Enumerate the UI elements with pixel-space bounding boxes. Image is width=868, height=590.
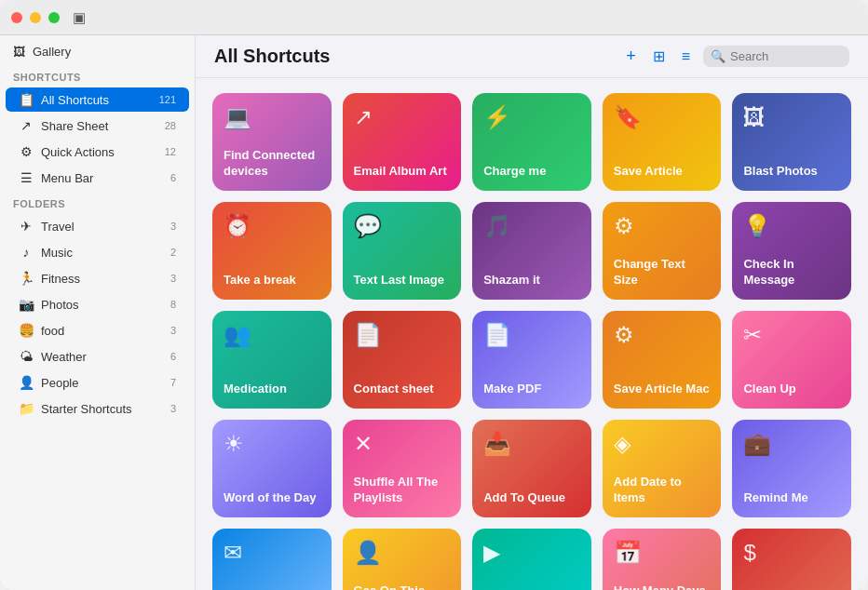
menu-bar-label: Menu Bar <box>41 171 93 185</box>
shortcut-icon-change-text-size: ⚙ <box>614 213 711 239</box>
weather-badge: 6 <box>170 351 176 362</box>
sidebar-item-starter-shortcuts[interactable]: 📁 Starter Shortcuts 3 <box>6 396 189 421</box>
panel-header: All Shortcuts + ⊞ ≡ 🔍 <box>196 35 868 78</box>
shortcut-label-medication: Medication <box>224 382 320 397</box>
shortcut-card-take-a-break[interactable]: ⏰ Take a break <box>212 202 332 300</box>
shortcut-label-save-article-mac: Save Article Mac <box>614 382 711 397</box>
shortcut-card-save-article-mac[interactable]: ⚙ Save Article Mac <box>603 311 722 409</box>
sidebar-item-music[interactable]: ♪ Music 2 <box>6 240 189 264</box>
shortcut-card-how-many-days-until[interactable]: 📅 How Many Days Until <box>603 529 722 590</box>
shortcut-label-remind-me: Remind Me <box>743 490 840 506</box>
shortcut-icon-check-in-message: 💡 <box>743 213 840 239</box>
shortcut-card-change-text-size[interactable]: ⚙ Change Text Size <box>603 202 722 300</box>
sidebar-item-travel[interactable]: ✈ Travel 3 <box>6 214 189 238</box>
shortcuts-grid: 💻 Find Connected devices ↗ Email Album A… <box>196 78 868 590</box>
shortcut-icon-email-album-art: ↗ <box>354 104 451 130</box>
shortcut-card-check-in-message[interactable]: 💡 Check In Message <box>732 202 851 300</box>
starter-shortcuts-icon: 📁 <box>19 401 34 416</box>
shortcut-card-add-to-queue[interactable]: 📥 Add To Queue <box>472 420 591 517</box>
travel-badge: 3 <box>170 221 176 232</box>
fitness-label: Fitness <box>41 272 80 286</box>
shortcut-card-medication[interactable]: 👥 Medication <box>212 311 332 409</box>
shortcut-label-gas-on-this-street: Gas On This Street <box>354 583 451 590</box>
shortcut-card-email-myself[interactable]: ✉ Email Myself <box>212 529 332 590</box>
shortcut-icon-email-myself: ✉ <box>224 540 320 566</box>
shortcut-label-shazam-it: Shazam it <box>483 273 580 288</box>
shortcut-icon-add-date-to-items: ◈ <box>614 431 711 457</box>
add-shortcut-button[interactable]: + <box>622 45 640 68</box>
sidebar-item-people[interactable]: 👤 People 7 <box>6 370 189 395</box>
sidebar-item-share-sheet[interactable]: ↗ Share Sheet 28 <box>6 114 189 138</box>
shortcut-card-save-article[interactable]: 🔖 Save Article <box>603 93 722 191</box>
shortcut-icon-text-last-image: 💬 <box>354 213 451 239</box>
sidebar-item-menu-bar[interactable]: ☰ Menu Bar 6 <box>6 166 189 190</box>
people-badge: 7 <box>170 377 176 388</box>
minimize-button[interactable] <box>30 12 41 23</box>
shortcut-card-sort-lines[interactable]: ▶ Sort Lines <box>472 529 591 590</box>
photos-icon: 📷 <box>19 297 34 312</box>
right-panel: All Shortcuts + ⊞ ≡ 🔍 💻 Find Connected d… <box>196 35 868 590</box>
shortcut-card-word-of-the-day[interactable]: ☀ Word of the Day <box>212 420 332 517</box>
music-icon: ♪ <box>19 245 34 260</box>
shortcut-card-make-pdf[interactable]: 📄 Make PDF <box>472 311 591 409</box>
sidebar-item-weather[interactable]: 🌤 Weather 6 <box>6 344 189 369</box>
shortcut-label-shuffle-all-playlists: Shuffle All The Playlists <box>354 475 451 506</box>
panel-title: All Shortcuts <box>214 46 622 67</box>
shortcut-card-contact-sheet[interactable]: 📄 Contact sheet <box>343 311 462 409</box>
shortcut-icon-shuffle-all-playlists: ✕ <box>354 431 451 457</box>
sidebar-item-photos[interactable]: 📷 Photos 8 <box>6 292 189 316</box>
shortcut-label-blast-photos: Blast Photos <box>743 164 840 180</box>
sidebar-toggle-icon[interactable]: ▣ <box>73 9 86 26</box>
fitness-badge: 3 <box>170 273 176 284</box>
shortcut-label-charge-me: Charge me <box>483 164 580 180</box>
search-box: 🔍 <box>703 46 849 67</box>
shortcut-card-text-last-image[interactable]: 💬 Text Last Image <box>343 202 462 300</box>
shortcut-card-calculate-tip[interactable]: $ Calculate Tip <box>732 529 851 590</box>
quick-actions-icon: ⚙ <box>19 144 34 159</box>
traffic-lights <box>11 12 60 23</box>
shortcut-icon-sort-lines: ▶ <box>483 540 580 566</box>
shortcut-icon-how-many-days-until: 📅 <box>614 540 711 566</box>
shortcut-icon-gas-on-this-street: 👤 <box>354 540 451 566</box>
shortcut-icon-save-article: 🔖 <box>614 104 711 130</box>
shortcut-label-check-in-message: Check In Message <box>743 257 840 288</box>
shortcut-icon-shazam-it: 🎵 <box>483 213 580 239</box>
all-shortcuts-icon: 📋 <box>19 92 34 107</box>
shortcut-card-add-date-to-items[interactable]: ◈ Add Date to Items <box>603 420 722 517</box>
shortcut-label-email-album-art: Email Album Art <box>354 164 451 180</box>
grid-view-button[interactable]: ⊞ <box>649 46 669 67</box>
shortcut-card-charge-me[interactable]: ⚡ Charge me <box>472 93 591 191</box>
sidebar-item-food[interactable]: 🍔 food 3 <box>6 318 189 342</box>
shortcut-card-blast-photos[interactable]: 🖼 Blast Photos <box>732 93 851 191</box>
quick-actions-badge: 12 <box>165 146 176 157</box>
shortcut-card-gas-on-this-street[interactable]: 👤 Gas On This Street <box>343 529 462 590</box>
shortcut-icon-charge-me: ⚡ <box>483 104 580 130</box>
shortcut-card-shazam-it[interactable]: 🎵 Shazam it <box>472 202 591 300</box>
search-input[interactable] <box>730 49 842 63</box>
starter-shortcuts-badge: 3 <box>170 403 176 414</box>
sidebar-item-fitness[interactable]: 🏃 Fitness 3 <box>6 266 189 290</box>
shortcut-label-make-pdf: Make PDF <box>483 382 580 397</box>
shortcut-card-find-connected[interactable]: 💻 Find Connected devices <box>212 93 332 191</box>
fitness-icon: 🏃 <box>19 271 34 286</box>
list-view-button[interactable]: ≡ <box>678 47 694 67</box>
shortcut-card-email-album-art[interactable]: ↗ Email Album Art <box>343 93 462 191</box>
shortcut-label-clean-up: Clean Up <box>743 382 840 397</box>
shortcut-card-shuffle-all-playlists[interactable]: ✕ Shuffle All The Playlists <box>343 420 462 517</box>
close-button[interactable] <box>11 12 22 23</box>
shortcut-card-clean-up[interactable]: ✂ Clean Up <box>732 311 851 409</box>
travel-icon: ✈ <box>19 219 34 234</box>
people-label: People <box>41 376 78 390</box>
shortcut-label-change-text-size: Change Text Size <box>614 257 711 288</box>
shortcut-icon-clean-up: ✂ <box>743 322 840 348</box>
menu-bar-badge: 6 <box>170 172 176 183</box>
search-icon: 🔍 <box>711 49 726 63</box>
sidebar-item-all-shortcuts[interactable]: 📋 All Shortcuts 121 <box>6 87 189 112</box>
sidebar-item-quick-actions[interactable]: ⚙ Quick Actions 12 <box>6 140 189 164</box>
shortcut-label-take-a-break: Take a break <box>224 273 320 288</box>
quick-actions-label: Quick Actions <box>41 145 115 159</box>
shortcut-card-remind-me[interactable]: 💼 Remind Me <box>732 420 851 517</box>
shortcut-icon-medication: 👥 <box>224 322 320 348</box>
sidebar-gallery-item[interactable]: 🖼 Gallery <box>0 35 195 64</box>
maximize-button[interactable] <box>48 12 60 23</box>
